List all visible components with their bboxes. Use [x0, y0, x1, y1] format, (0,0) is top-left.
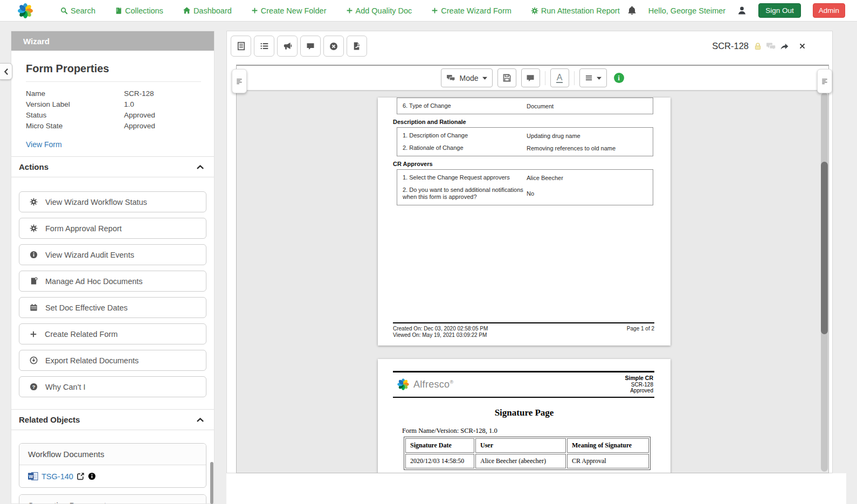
chevron-up-icon[interactable]	[196, 417, 204, 423]
user-profile-icon[interactable]	[737, 6, 747, 15]
list-view-button[interactable]	[254, 36, 274, 57]
menu-dropdown-button[interactable]	[579, 68, 607, 87]
sign-out-button[interactable]: Sign Out	[758, 3, 801, 18]
cr-approvers-box: 1. Select the Change Request approvers A…	[397, 169, 653, 205]
nav-collections[interactable]: Collections	[115, 6, 163, 15]
word-document-icon	[28, 472, 38, 481]
related-objects-section-header[interactable]: Related Objects	[11, 409, 214, 430]
comments-bubbles-icon[interactable]	[766, 42, 776, 51]
text-tool-button[interactable]: A	[550, 68, 569, 87]
comment-icon	[526, 74, 535, 82]
gear-icon	[531, 7, 538, 15]
primary-nav: Search Collections Dashboard Create New …	[60, 6, 620, 15]
form-properties-heading: Form Properties	[26, 59, 201, 81]
nav-search[interactable]: Search	[60, 6, 95, 15]
caret-down-icon	[482, 77, 487, 80]
workflow-document-row: TSG-140	[19, 465, 206, 487]
form-view-button[interactable]	[231, 36, 251, 57]
nav-run-attestation-report-label: Run Attestation Report	[541, 6, 620, 15]
app-logo-pinwheel-icon[interactable]	[16, 2, 34, 20]
comments-button[interactable]	[300, 36, 321, 57]
action-why-cant-i[interactable]: Why Can't I	[19, 376, 206, 397]
viewer-scrollbar-thumb[interactable]	[821, 162, 828, 334]
table-cell: Alice Beecher (abeecher)	[475, 454, 566, 468]
property-value: 1.0	[124, 99, 134, 110]
form-field-label: 2. Rationale of Change	[397, 144, 527, 151]
cancel-button[interactable]	[323, 36, 344, 57]
mode-label: Mode	[459, 74, 478, 82]
action-create-related-form[interactable]: Create Related Form	[19, 323, 206, 344]
nav-collections-label: Collections	[125, 6, 163, 15]
sidebar-collapse-toggle[interactable]	[0, 63, 12, 80]
caret-down-icon	[597, 77, 602, 80]
text-lines-icon	[236, 77, 244, 85]
action-form-approval-report[interactable]: Form Approval Report	[19, 218, 206, 239]
export-document-button[interactable]	[347, 36, 367, 57]
sidebar-scrollbar-thumb[interactable]	[210, 462, 213, 504]
nav-add-quality-doc-label: Add Quality Doc	[356, 6, 412, 15]
announcement-button[interactable]	[277, 36, 298, 57]
workflow-document-link[interactable]: TSG-140	[42, 472, 73, 481]
view-form-link[interactable]: View Form	[26, 140, 62, 149]
doc-status-text: Approved	[625, 388, 653, 394]
document-page-2: Alfresco® Simple CR SCR-128 Approved Sig…	[378, 359, 671, 473]
property-row-micro-state: Micro State Approved	[26, 121, 201, 132]
action-set-doc-effective-dates[interactable]: Set Doc Effective Dates	[19, 297, 206, 318]
action-label: Export Related Documents	[45, 356, 139, 365]
alfresco-pinwheel-icon	[396, 377, 410, 391]
nav-dashboard[interactable]: Dashboard	[183, 6, 232, 15]
page-scroll-area[interactable]: 6. Type of Change Document Description a…	[237, 92, 820, 473]
save-annotations-button[interactable]	[497, 68, 516, 87]
workflow-documents-header: Workflow Documents	[19, 444, 206, 465]
related-objects-title: Related Objects	[19, 415, 80, 424]
open-document-icon[interactable]	[77, 472, 85, 480]
action-view-wizard-workflow-status[interactable]: View Wizard Workflow Status	[19, 191, 206, 212]
nav-add-quality-doc[interactable]: Add Quality Doc	[346, 6, 412, 15]
right-panel-toggle[interactable]	[817, 69, 832, 93]
signature-table-row: 2020/12/03 14:58:50 Alice Beecher (abeec…	[405, 454, 649, 468]
share-icon[interactable]	[780, 42, 789, 51]
document-title-row: SCR-128	[712, 41, 806, 51]
nav-create-new-folder[interactable]: Create New Folder	[251, 6, 327, 15]
supporting-documents-header: Supporting Documents	[19, 495, 206, 504]
lock-icon	[754, 42, 762, 51]
actions-section-header[interactable]: Actions	[11, 156, 214, 177]
property-label: Name	[26, 88, 124, 99]
chevron-up-icon[interactable]	[196, 164, 204, 170]
user-greeting[interactable]: Hello, George Steimer	[648, 6, 725, 15]
description-rationale-box: 1. Description of Change Updating drug n…	[397, 127, 653, 156]
doc-type-text: Simple CR	[625, 375, 653, 382]
mode-dropdown-button[interactable]: Mode	[441, 68, 492, 87]
nav-create-wizard-form-label: Create Wizard Form	[441, 6, 512, 15]
viewer-toolbar: Mode A i	[237, 66, 828, 91]
top-navbar: Search Collections Dashboard Create New …	[0, 0, 857, 22]
sidebar-title-bar: Wizard	[11, 31, 214, 51]
form-name-version-line: Form Name/Version: SCR-128, 1.0	[402, 427, 671, 435]
admin-button[interactable]: Admin	[813, 3, 845, 18]
add-comment-button[interactable]	[521, 68, 540, 87]
form-field-label: 6. Type of Change	[397, 102, 527, 109]
list-icon	[260, 42, 269, 51]
left-panel-toggle[interactable]	[232, 69, 247, 93]
action-label: View Wizard Workflow Status	[45, 198, 147, 206]
action-label: View Wizard Audit Events	[45, 251, 134, 259]
nav-run-attestation-report[interactable]: Run Attestation Report	[531, 6, 620, 15]
document-icon	[30, 277, 38, 285]
form-row: 2. Do you want to send additional notifi…	[397, 184, 653, 203]
document-main-panel: SCR-128 Mode A i	[226, 31, 833, 473]
form-field-value: No	[527, 190, 653, 197]
notifications-bell-icon[interactable]	[627, 6, 637, 15]
property-label: Micro State	[26, 121, 124, 132]
workflow-documents-card: Workflow Documents TSG-140	[19, 443, 206, 488]
action-manage-ad-hoc-documents[interactable]: Manage Ad Hoc Documents	[19, 271, 206, 292]
gear-icon	[30, 198, 38, 206]
document-info-icon[interactable]	[88, 472, 96, 480]
nav-create-wizard-form[interactable]: Create Wizard Form	[431, 6, 512, 15]
action-export-related-documents[interactable]: Export Related Documents	[19, 350, 206, 371]
form-field-label: 1. Description of Change	[397, 132, 527, 139]
close-icon[interactable]	[798, 42, 806, 50]
toolbar-divider	[545, 71, 545, 85]
action-view-wizard-audit-events[interactable]: View Wizard Audit Events	[19, 244, 206, 265]
viewer-info-icon[interactable]: i	[614, 73, 624, 83]
document-viewer: Mode A i 6. Type of Change	[236, 65, 829, 473]
